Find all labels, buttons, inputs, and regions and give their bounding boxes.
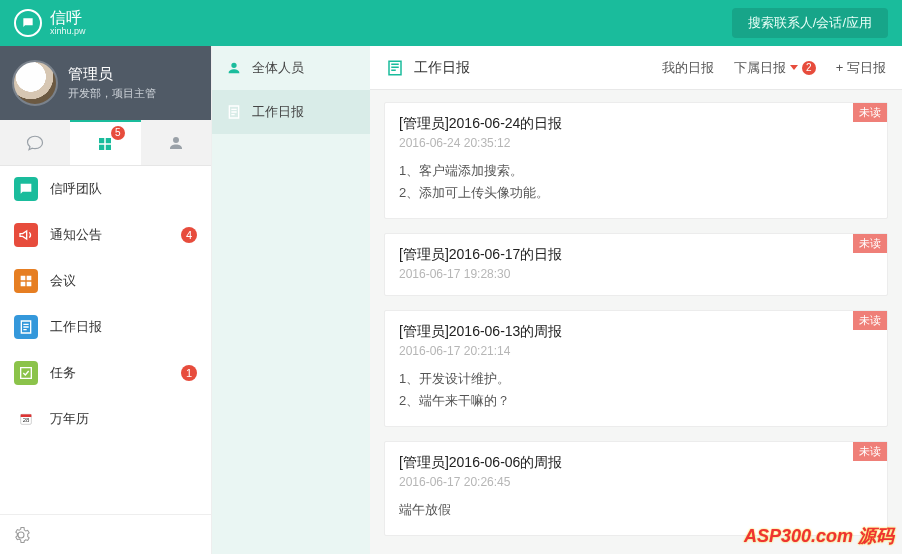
report-body: 1、开发设计维护。 2、端午来干嘛的？ — [399, 368, 873, 412]
report-time: 2016-06-17 19:28:30 — [399, 267, 873, 281]
logo-icon — [14, 9, 42, 37]
tab-apps-badge: 5 — [111, 126, 125, 140]
profile-block[interactable]: 管理员 开发部，项目主管 — [0, 46, 211, 120]
report-card[interactable]: 未读[管理员]2016-06-24的日报2016-06-24 20:35:121… — [384, 102, 888, 219]
write-report-button[interactable]: + 写日报 — [836, 59, 886, 77]
menu-item-badge: 1 — [181, 365, 197, 381]
note-icon — [386, 59, 404, 77]
subnav-item-1[interactable]: 工作日报 — [212, 90, 370, 134]
menu-item-label: 万年历 — [50, 410, 89, 428]
app-menu: 信呼团队通知公告4会议工作日报任务128万年历 — [0, 166, 211, 514]
tab-chat[interactable] — [0, 120, 70, 165]
report-title: [管理员]2016-06-13的周报 — [399, 323, 873, 341]
subnav-item-0[interactable]: 全体人员 — [212, 46, 370, 90]
brand: 信呼 xinhu.pw — [50, 10, 86, 36]
menu-item-label: 工作日报 — [50, 318, 102, 336]
avatar — [12, 60, 58, 106]
menu-item-0[interactable]: 信呼团队 — [0, 166, 211, 212]
main-panel: 工作日报 我的日报 下属日报 2 + 写日报 未读[管理员]2016-06-24… — [370, 46, 902, 554]
report-feed[interactable]: 未读[管理员]2016-06-24的日报2016-06-24 20:35:121… — [370, 90, 902, 554]
cal-icon: 28 — [14, 407, 38, 431]
menu-item-2[interactable]: 会议 — [0, 258, 211, 304]
report-body: 1、客户端添加搜索。 2、添加可上传头像功能。 — [399, 160, 873, 204]
menu-item-3[interactable]: 工作日报 — [0, 304, 211, 350]
svg-rect-1 — [21, 414, 32, 417]
tab-sub-reports-badge: 2 — [802, 61, 816, 75]
menu-item-label: 信呼团队 — [50, 180, 102, 198]
top-bar: 信呼 xinhu.pw 搜索联系人/会话/应用 — [0, 0, 902, 46]
sidebar: 管理员 开发部，项目主管 5 信呼团队通知公告4会议工作日报任务128万年历 — [0, 46, 212, 554]
note-icon — [14, 315, 38, 339]
report-time: 2016-06-17 20:21:14 — [399, 344, 873, 358]
horn-icon — [14, 223, 38, 247]
report-body: 端午放假 — [399, 499, 873, 521]
menu-item-label: 任务 — [50, 364, 76, 382]
menu-item-1[interactable]: 通知公告4 — [0, 212, 211, 258]
subnav-label: 工作日报 — [252, 103, 304, 121]
task-icon — [14, 361, 38, 385]
menu-item-label: 会议 — [50, 272, 76, 290]
tab-contacts[interactable] — [141, 120, 211, 165]
unread-badge: 未读 — [853, 442, 887, 461]
report-title: [管理员]2016-06-06的周报 — [399, 454, 873, 472]
menu-item-4[interactable]: 任务1 — [0, 350, 211, 396]
tab-apps[interactable]: 5 — [70, 120, 140, 165]
tab-sub-reports[interactable]: 下属日报 2 — [734, 59, 816, 77]
subnav-label: 全体人员 — [252, 59, 304, 77]
chat-icon — [14, 177, 38, 201]
brand-name: 信呼 — [50, 10, 86, 26]
search-input[interactable]: 搜索联系人/会话/应用 — [732, 8, 888, 38]
report-card[interactable]: 未读[管理员]2016-06-17的日报2016-06-17 19:28:30 — [384, 233, 888, 296]
report-time: 2016-06-17 20:26:45 — [399, 475, 873, 489]
grid-icon — [14, 269, 38, 293]
svg-text:28: 28 — [23, 417, 30, 423]
main-header: 工作日报 我的日报 下属日报 2 + 写日报 — [370, 46, 902, 90]
profile-name: 管理员 — [68, 65, 156, 84]
tab-my-reports[interactable]: 我的日报 — [662, 59, 714, 77]
menu-item-5[interactable]: 28万年历 — [0, 396, 211, 442]
main-title: 工作日报 — [414, 59, 470, 77]
menu-item-label: 通知公告 — [50, 226, 102, 244]
nav-tabs: 5 — [0, 120, 211, 166]
report-title: [管理员]2016-06-17的日报 — [399, 246, 873, 264]
unread-badge: 未读 — [853, 103, 887, 122]
chevron-down-icon — [790, 65, 798, 70]
report-card[interactable]: 未读[管理员]2016-06-06的周报2016-06-17 20:26:45端… — [384, 441, 888, 536]
menu-item-badge: 4 — [181, 227, 197, 243]
brand-sub: xinhu.pw — [50, 26, 86, 36]
profile-role: 开发部，项目主管 — [68, 86, 156, 101]
report-time: 2016-06-24 20:35:12 — [399, 136, 873, 150]
settings-button[interactable] — [0, 514, 211, 554]
unread-badge: 未读 — [853, 234, 887, 253]
tab-sub-reports-label: 下属日报 — [734, 59, 786, 77]
unread-badge: 未读 — [853, 311, 887, 330]
report-card[interactable]: 未读[管理员]2016-06-13的周报2016-06-17 20:21:141… — [384, 310, 888, 427]
sub-nav: 全体人员工作日报 — [212, 46, 370, 554]
report-title: [管理员]2016-06-24的日报 — [399, 115, 873, 133]
